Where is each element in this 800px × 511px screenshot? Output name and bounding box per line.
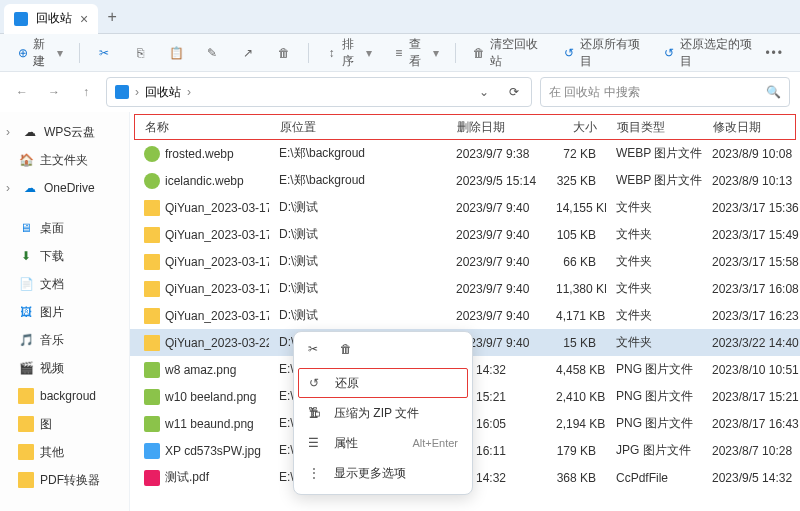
sidebar-item-wps[interactable]: ›☁WPS云盘: [0, 118, 129, 146]
sidebar-item-backgroud[interactable]: backgroud: [0, 382, 129, 410]
file-location: D:\测试: [269, 226, 446, 243]
deleted-date: 2023/9/7 9:40: [446, 201, 546, 215]
sidebar-item-videos[interactable]: 🎬视频: [0, 354, 129, 382]
file-name: QiYuan_2023-03-17_16: [165, 282, 269, 296]
view-button[interactable]: ≡ 查看▾: [384, 39, 447, 67]
sidebar-item-documents[interactable]: 📄文档: [0, 270, 129, 298]
folder-icon: [144, 281, 160, 297]
table-row[interactable]: QiYuan_2023-03-17_15D:\测试2023/9/7 9:4014…: [130, 194, 800, 221]
sort-icon: ↕: [325, 45, 338, 61]
folder-icon: [144, 200, 160, 216]
file-name: QiYuan_2023-03-17_15: [165, 201, 269, 215]
file-type: 文件夹: [606, 199, 702, 216]
sidebar-item-home[interactable]: 🏠主文件夹: [0, 146, 129, 174]
copy-icon: ⎘: [132, 45, 148, 61]
picture-icon: 🖼: [18, 304, 34, 320]
empty-trash-icon: 🗑: [472, 45, 486, 61]
breadcrumb[interactable]: 回收站: [145, 84, 181, 101]
table-row[interactable]: QiYuan_2023-03-17_15D:\测试2023/9/7 9:4010…: [130, 221, 800, 248]
modified-date: 2023/3/17 15:58: [702, 255, 800, 269]
trash-icon[interactable]: 🗑: [340, 342, 358, 360]
cut-button[interactable]: ✂: [88, 39, 120, 67]
chevron-right-icon[interactable]: ›: [6, 181, 16, 195]
paste-button[interactable]: 📋: [160, 39, 192, 67]
rename-button[interactable]: ✎: [196, 39, 228, 67]
file-name: XP cd573sPW.jpg: [165, 444, 261, 458]
col-location[interactable]: 原位置: [270, 119, 447, 136]
back-button[interactable]: ←: [10, 80, 34, 104]
tab-bar: 回收站 × +: [0, 0, 800, 34]
search-icon: 🔍: [766, 85, 781, 99]
col-modified[interactable]: 修改日期: [703, 119, 795, 136]
context-menu: ✂ 🗑 ↺ 还原 🗜 压缩为 ZIP 文件 ☰ 属性 Alt+Enter ⋮ 显…: [293, 331, 473, 495]
chevron-right-icon[interactable]: ›: [6, 125, 16, 139]
modified-date: 2023/8/7 10:28: [702, 444, 800, 458]
share-button[interactable]: ↗: [232, 39, 264, 67]
pdf-icon: [144, 470, 160, 486]
sidebar-item-downloads[interactable]: ⬇下载: [0, 242, 129, 270]
file-type: WEBP 图片文件: [606, 172, 702, 189]
col-deleted[interactable]: 删除日期: [447, 119, 547, 136]
file-name: 测试.pdf: [165, 469, 209, 486]
empty-recycle-button[interactable]: 🗑 清空回收站: [464, 39, 550, 67]
file-type: 文件夹: [606, 226, 702, 243]
col-type[interactable]: 项目类型: [607, 119, 703, 136]
sidebar-item-onedrive[interactable]: ›☁OneDrive: [0, 174, 129, 202]
copy-button[interactable]: ⎘: [124, 39, 156, 67]
sort-button[interactable]: ↕ 排序▾: [317, 39, 380, 67]
cut-icon[interactable]: ✂: [308, 342, 326, 360]
restore-icon: ↺: [663, 45, 677, 61]
address-bar[interactable]: › 回收站 › ⌄ ⟳: [106, 77, 532, 107]
restore-selected-button[interactable]: ↺ 还原选定的项目: [655, 39, 762, 67]
refresh-button[interactable]: ⟳: [505, 85, 523, 99]
file-type: CcPdfFile: [606, 471, 702, 485]
restore-icon: ↺: [309, 376, 325, 390]
ctx-more[interactable]: ⋮ 显示更多选项: [294, 458, 472, 488]
table-row[interactable]: frosted.webpE:\郑\backgroud2023/9/7 9:387…: [130, 140, 800, 167]
new-button[interactable]: ⊕ 新建 ▾: [8, 39, 71, 67]
file-type: 文件夹: [606, 334, 702, 351]
sidebar-item-desktop[interactable]: 🖥桌面: [0, 214, 129, 242]
sidebar-item-other[interactable]: 其他: [0, 438, 129, 466]
col-name[interactable]: 名称: [135, 119, 270, 136]
sidebar-item-pictures[interactable]: 🖼图片: [0, 298, 129, 326]
table-row[interactable]: QiYuan_2023-03-17_16D:\测试2023/9/7 9:404,…: [130, 302, 800, 329]
sidebar-item-tu[interactable]: 图: [0, 410, 129, 438]
file-location: D:\测试: [269, 307, 446, 324]
chevron-down-icon[interactable]: ⌄: [479, 85, 499, 99]
forward-button[interactable]: →: [42, 80, 66, 104]
paste-icon: 📋: [168, 45, 184, 61]
table-row[interactable]: QiYuan_2023-03-17_16D:\测试2023/9/7 9:4011…: [130, 275, 800, 302]
sidebar-item-music[interactable]: 🎵音乐: [0, 326, 129, 354]
music-icon: 🎵: [18, 332, 34, 348]
search-input[interactable]: 在 回收站 中搜索 🔍: [540, 77, 790, 107]
modified-date: 2023/3/17 15:36: [702, 201, 800, 215]
close-icon[interactable]: ×: [80, 11, 88, 27]
file-name: frosted.webp: [165, 147, 234, 161]
col-size[interactable]: 大小: [547, 119, 607, 136]
file-location: E:\郑\backgroud: [269, 172, 446, 189]
ctx-properties[interactable]: ☰ 属性 Alt+Enter: [294, 428, 472, 458]
trash-icon: 🗑: [276, 45, 292, 61]
modified-date: 2023/3/22 14:40: [702, 336, 800, 350]
sidebar-item-pdfconv[interactable]: PDF转换器: [0, 466, 129, 494]
properties-icon: ☰: [308, 436, 324, 450]
folder-icon: [18, 472, 34, 488]
table-row[interactable]: icelandic.webpE:\郑\backgroud2023/9/5 15:…: [130, 167, 800, 194]
restore-all-button[interactable]: ↺ 还原所有项目: [554, 39, 650, 67]
file-name: QiYuan_2023-03-22_14: [165, 336, 269, 350]
file-name: QiYuan_2023-03-17_15: [165, 228, 269, 242]
table-row[interactable]: QiYuan_2023-03-17_15D:\测试2023/9/7 9:4066…: [130, 248, 800, 275]
folder-icon: [18, 416, 34, 432]
more-button[interactable]: •••: [765, 46, 792, 60]
delete-button[interactable]: 🗑: [268, 39, 300, 67]
up-button[interactable]: ↑: [74, 80, 98, 104]
folder-icon: [18, 388, 34, 404]
tab-recycle-bin[interactable]: 回收站 ×: [4, 4, 98, 34]
zip-icon: 🗜: [308, 406, 324, 420]
new-tab-button[interactable]: +: [98, 3, 126, 31]
ctx-zip[interactable]: 🗜 压缩为 ZIP 文件: [294, 398, 472, 428]
share-icon: ↗: [240, 45, 256, 61]
ctx-restore[interactable]: ↺ 还原: [298, 368, 468, 398]
folder-icon: [144, 227, 160, 243]
